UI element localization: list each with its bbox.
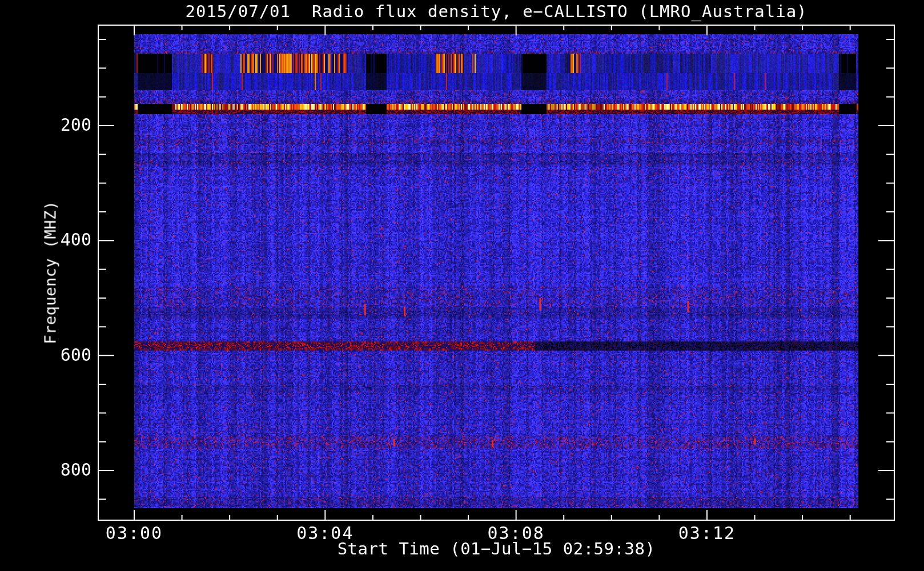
y-tick-label: 600 bbox=[0, 345, 91, 365]
x-tick-label: 03:12 bbox=[656, 524, 758, 543]
spectrogram-canvas bbox=[0, 0, 924, 571]
y-axis-label: Frequency (MHZ) bbox=[42, 200, 59, 344]
y-tick-label: 800 bbox=[0, 460, 91, 480]
x-tick-label: 03:08 bbox=[465, 524, 568, 543]
x-tick-label: 03:04 bbox=[274, 524, 376, 543]
y-tick-label: 200 bbox=[0, 115, 91, 135]
chart-title: 2015/07/01 Radio flux density, e−CALLIST… bbox=[98, 2, 894, 21]
x-tick-label: 03:00 bbox=[83, 524, 186, 543]
y-tick-label: 400 bbox=[0, 230, 91, 250]
spectrogram-page: 2015/07/01 Radio flux density, e−CALLIST… bbox=[0, 0, 924, 571]
